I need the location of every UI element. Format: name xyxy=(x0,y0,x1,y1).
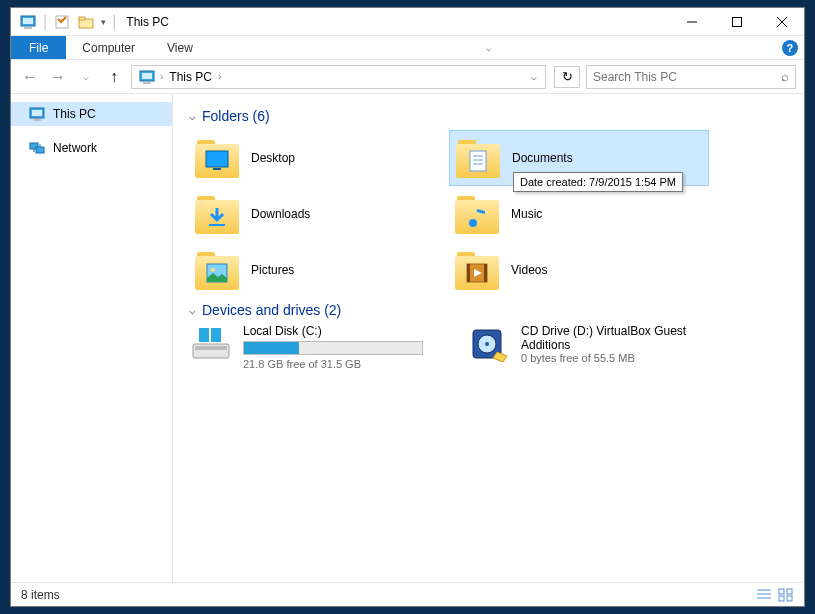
folder-pictures[interactable]: Pictures xyxy=(189,242,449,298)
svg-rect-14 xyxy=(32,110,42,116)
svg-rect-7 xyxy=(732,17,741,26)
chevron-down-icon: ⌵ xyxy=(189,304,196,317)
back-button[interactable]: ← xyxy=(19,66,41,88)
drive-subtext: 21.8 GB free of 31.5 GB xyxy=(243,358,449,370)
svg-rect-35 xyxy=(199,328,209,338)
folder-music[interactable]: Music xyxy=(449,186,709,242)
window-title: This PC xyxy=(126,15,169,29)
drive-subtext: 0 bytes free of 55.5 MB xyxy=(521,352,727,364)
folder-icon xyxy=(195,248,239,292)
drive-label: CD Drive (D:) VirtualBox Guest Additions xyxy=(521,324,727,352)
explorer-window: | ▾ | This PC File Computer View ⌵ ? ← →… xyxy=(10,7,805,607)
folder-icon xyxy=(455,192,499,236)
qat-dropdown-icon[interactable]: ▾ xyxy=(101,17,106,27)
desktop-icon xyxy=(205,150,229,172)
view-tab[interactable]: View xyxy=(151,36,209,59)
svg-rect-47 xyxy=(779,596,784,601)
svg-point-29 xyxy=(211,268,215,272)
window-controls xyxy=(669,8,804,36)
chevron-down-icon: ⌵ xyxy=(189,110,196,123)
details-view-button[interactable] xyxy=(756,588,772,602)
section-count: (6) xyxy=(253,108,270,124)
quick-access-toolbar: | ▾ | xyxy=(11,13,116,31)
svg-point-27 xyxy=(469,219,477,227)
svg-rect-45 xyxy=(779,589,784,594)
network-icon xyxy=(29,140,45,156)
view-switcher xyxy=(756,588,794,602)
svg-rect-46 xyxy=(787,589,792,594)
file-tab[interactable]: File xyxy=(11,36,66,59)
svg-rect-31 xyxy=(467,264,470,282)
search-icon: ⌕ xyxy=(781,69,789,84)
maximize-button[interactable] xyxy=(714,8,759,36)
folder-label: Music xyxy=(511,207,542,221)
address-thispc-icon xyxy=(138,68,156,86)
recent-locations-dropdown[interactable]: ⌵ xyxy=(75,66,97,88)
titlebar: | ▾ | This PC xyxy=(11,8,804,36)
svg-point-41 xyxy=(485,342,489,346)
folder-icon xyxy=(195,192,239,236)
help-icon: ? xyxy=(782,40,798,56)
drives-grid: Local Disk (C:) 21.8 GB free of 31.5 GB … xyxy=(189,324,788,370)
address-bar[interactable]: › This PC › ⌵ xyxy=(131,65,546,89)
folder-desktop[interactable]: Desktop xyxy=(189,130,449,186)
folder-label: Downloads xyxy=(251,207,310,221)
folder-downloads[interactable]: Downloads xyxy=(189,186,449,242)
up-button[interactable]: ↑ xyxy=(103,66,125,88)
section-title: Devices and drives xyxy=(202,302,320,318)
drive-label: Local Disk (C:) xyxy=(243,324,449,338)
sidebar-item-label: Network xyxy=(53,141,97,155)
drive-info: CD Drive (D:) VirtualBox Guest Additions… xyxy=(521,324,727,370)
svg-rect-22 xyxy=(470,151,486,171)
computer-tab[interactable]: Computer xyxy=(66,36,151,59)
refresh-button[interactable]: ↻ xyxy=(554,66,580,88)
sidebar-item-thispc[interactable]: This PC xyxy=(11,102,172,126)
search-box[interactable]: ⌕ xyxy=(586,65,796,89)
tiles-view-button[interactable] xyxy=(778,588,794,602)
thispc-icon xyxy=(29,106,45,122)
breadcrumb-separator[interactable]: › xyxy=(218,71,221,82)
pictures-icon xyxy=(205,262,229,284)
search-input[interactable] xyxy=(593,70,781,84)
folder-icon xyxy=(195,136,239,180)
downloads-icon xyxy=(205,206,229,228)
drive-info: Local Disk (C:) 21.8 GB free of 31.5 GB xyxy=(243,324,449,370)
address-history-dropdown[interactable]: ⌵ xyxy=(525,71,543,82)
properties-icon[interactable] xyxy=(53,13,71,31)
section-header-drives[interactable]: ⌵ Devices and drives (2) xyxy=(189,302,788,318)
svg-rect-38 xyxy=(211,338,221,342)
folder-label: Desktop xyxy=(251,151,295,165)
folder-label: Videos xyxy=(511,263,547,277)
drive-local-c[interactable]: Local Disk (C:) 21.8 GB free of 31.5 GB xyxy=(189,324,449,370)
breadcrumb-thispc[interactable]: This PC xyxy=(163,70,218,84)
sidebar-item-network[interactable]: Network xyxy=(11,136,172,160)
svg-rect-37 xyxy=(199,338,209,342)
folder-label: Pictures xyxy=(251,263,294,277)
minimize-button[interactable] xyxy=(669,8,714,36)
folders-grid: Desktop Documents Downloads xyxy=(189,130,788,298)
new-folder-quick-icon[interactable] xyxy=(77,13,95,31)
qat-separator: | xyxy=(43,13,47,31)
content-pane: ⌵ Folders (6) Desktop Documents xyxy=(173,94,804,582)
folder-icon xyxy=(455,248,499,292)
qat-separator: | xyxy=(112,13,116,31)
svg-rect-1 xyxy=(23,18,33,24)
folder-videos[interactable]: Videos xyxy=(449,242,709,298)
ribbon-expand[interactable]: ⌵ xyxy=(486,36,499,59)
status-item-count: 8 items xyxy=(21,588,60,602)
svg-rect-17 xyxy=(36,147,44,153)
drive-cd-d[interactable]: CD Drive (D:) VirtualBox Guest Additions… xyxy=(467,324,727,370)
close-button[interactable] xyxy=(759,8,804,36)
section-header-folders[interactable]: ⌵ Folders (6) xyxy=(189,108,788,124)
documents-icon xyxy=(466,150,490,172)
folder-label: Documents xyxy=(512,151,573,165)
svg-rect-20 xyxy=(206,151,228,167)
svg-rect-11 xyxy=(142,73,152,79)
forward-button[interactable]: → xyxy=(47,66,69,88)
svg-rect-36 xyxy=(211,328,221,338)
body: This PC Network ⌵ Folders (6) Deskt xyxy=(11,94,804,582)
help-button[interactable]: ? xyxy=(782,36,798,59)
svg-rect-2 xyxy=(24,27,32,29)
drive-usage-bar xyxy=(243,341,423,355)
music-icon xyxy=(465,206,489,228)
